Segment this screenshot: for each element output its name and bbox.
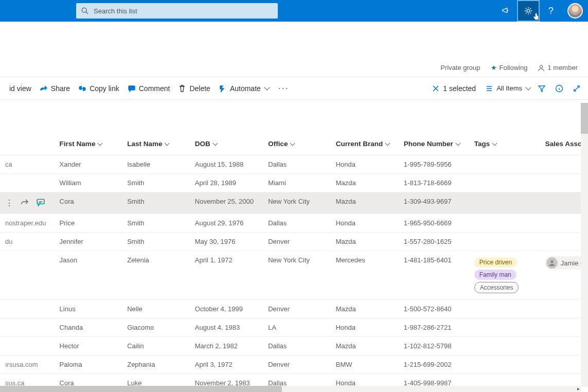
scroll-thumb[interactable] [581, 103, 588, 134]
col-tags[interactable]: Tags [469, 136, 540, 155]
group-privacy: Private group [440, 64, 480, 72]
scroll-thumb[interactable] [0, 386, 282, 392]
command-bar-right: 1 selected All Items [427, 84, 583, 93]
col-first-name[interactable]: First Name [55, 136, 122, 155]
cell-first: Price [55, 214, 122, 233]
filter-button[interactable] [536, 84, 548, 93]
cell-brand: Mazda [331, 174, 399, 192]
chevron-down-icon [212, 141, 218, 146]
info-button[interactable] [553, 84, 565, 93]
table-row[interactable]: ırsusa.comPalomaZephaniaApril 3, 1972Den… [0, 355, 588, 374]
person-icon [538, 64, 545, 72]
table-row[interactable]: ChandaGiacomoAugust 4, 1983LAHonda1-987-… [0, 318, 588, 337]
megaphone-icon[interactable] [494, 0, 517, 22]
delete-button[interactable]: Delete [174, 84, 214, 93]
search-box[interactable]: Search this list [76, 3, 278, 19]
delete-label: Delete [189, 84, 210, 93]
chevron-down-icon [165, 141, 170, 146]
table-row[interactable]: duJenniferSmithMay 30, 1976DenverMazda1-… [0, 233, 588, 251]
members-link[interactable]: 1 member [538, 64, 578, 72]
comment-icon [128, 84, 136, 93]
help-icon[interactable]: ? [540, 0, 562, 22]
table-row[interactable]: JasonZeleniaApril 1, 1972New York CityMe… [0, 251, 588, 300]
follow-toggle[interactable]: ★ Following [491, 64, 528, 72]
svg-line-1 [86, 12, 88, 14]
row-gutter [0, 174, 55, 192]
cell-first: Cora [55, 192, 122, 214]
comment-button[interactable]: Comment [123, 84, 174, 93]
row-comment-icon[interactable] [36, 198, 45, 208]
cell-brand: Mazda [331, 300, 399, 318]
cell-phone: 1-965-950-6669 [399, 214, 469, 233]
horizontal-scrollbar[interactable]: ▸ [0, 386, 581, 392]
col-current-brand[interactable]: Current Brand [331, 136, 399, 155]
grid-view-label: id view [9, 84, 31, 93]
cell-phone: 1-987-286-2721 [399, 318, 469, 337]
user-avatar[interactable] [567, 3, 583, 19]
overflow-menu[interactable]: ··· [273, 83, 294, 94]
cell-last: Cailin [122, 337, 190, 355]
table-row[interactable]: sus.caCoraLukeNovember 2, 1983DallasHond… [0, 374, 588, 387]
chevron-down-icon [455, 141, 460, 146]
col-gutter [0, 136, 55, 155]
cell-last: Luke [122, 374, 190, 387]
row-actions: ⋮ [5, 198, 49, 208]
svg-point-7 [550, 260, 553, 263]
grid-view-button[interactable]: id view [5, 84, 35, 93]
list-area: First Name Last Name DOB Office Current … [0, 100, 588, 387]
row-more-icon[interactable]: ⋮ [5, 198, 13, 208]
table-row[interactable]: nostraper.eduPriceSmithAugust 29, 1976Da… [0, 214, 588, 233]
col-office[interactable]: Office [263, 136, 331, 155]
col-phone[interactable]: Phone Number [399, 136, 469, 155]
cell-office: New York City [263, 251, 331, 300]
table-row[interactable]: WilliamSmithApril 28, 1989MiamiMazda1-81… [0, 174, 588, 192]
cell-first: Jennifer [55, 233, 122, 251]
chevron-down-icon [290, 141, 295, 146]
table-row[interactable]: caXanderIsabelleAugust 15, 1988DallasHon… [0, 155, 588, 174]
cell-last: Smith [122, 174, 190, 192]
col-brand-label: Current Brand [336, 140, 383, 148]
cell-tags [469, 300, 540, 318]
copy-link-button[interactable]: Copy link [74, 84, 123, 93]
cell-phone: 1-102-812-5798 [399, 337, 469, 355]
cell-phone: 1-215-699-2002 [399, 355, 469, 374]
site-header: Private group ★ Following 1 member [0, 22, 588, 77]
share-button[interactable]: Share [35, 84, 74, 93]
cell-tags: Price drivenFamily manAccessories [469, 251, 540, 300]
cell-brand: Mercedes [331, 251, 399, 300]
row-gutter [0, 300, 55, 318]
copy-link-label: Copy link [90, 84, 119, 93]
cell-dob: August 29, 1976 [190, 214, 263, 233]
star-icon: ★ [491, 64, 497, 72]
tag-pill[interactable]: Price driven [474, 257, 517, 268]
vertical-scrollbar[interactable] [581, 103, 588, 387]
tag-pill[interactable]: Family man [474, 270, 516, 280]
comment-label: Comment [139, 84, 170, 93]
table-row[interactable]: ⋮CoraSmithNovember 25, 2000New York City… [0, 192, 588, 214]
cell-tags [469, 155, 540, 174]
clear-selection-button[interactable]: 1 selected [427, 84, 480, 93]
cell-last: Giacomo [122, 318, 190, 337]
table-row[interactable]: LinusNelleOctober 4, 1999DenverMazda1-50… [0, 300, 588, 318]
header-row: First Name Last Name DOB Office Current … [0, 136, 588, 155]
settings-icon[interactable] [517, 0, 540, 22]
cell-first: Jason [55, 251, 122, 300]
col-dob[interactable]: DOB [190, 136, 263, 155]
cell-dob: May 30, 1976 [190, 233, 263, 251]
table-row[interactable]: HectorCailinMarch 2, 1982DallasMazda1-10… [0, 337, 588, 355]
col-first-name-label: First Name [60, 140, 96, 148]
automate-button[interactable]: Automate [215, 84, 273, 93]
cell-last: Smith [122, 233, 190, 251]
expand-icon [573, 84, 581, 93]
cell-brand: Honda [331, 374, 399, 387]
row-gutter: nostraper.edu [0, 214, 55, 233]
list-table: First Name Last Name DOB Office Current … [0, 136, 588, 387]
row-share-icon[interactable] [21, 198, 29, 208]
scroll-arrow-right-icon[interactable]: ▸ [577, 386, 580, 391]
col-last-name[interactable]: Last Name [122, 136, 190, 155]
expand-button[interactable] [571, 84, 583, 93]
list-scroll[interactable]: First Name Last Name DOB Office Current … [0, 100, 588, 387]
tag-pill[interactable]: Accessories [474, 282, 519, 293]
cell-phone: 1-500-572-8640 [399, 300, 469, 318]
view-switcher[interactable]: All Items [485, 84, 530, 93]
